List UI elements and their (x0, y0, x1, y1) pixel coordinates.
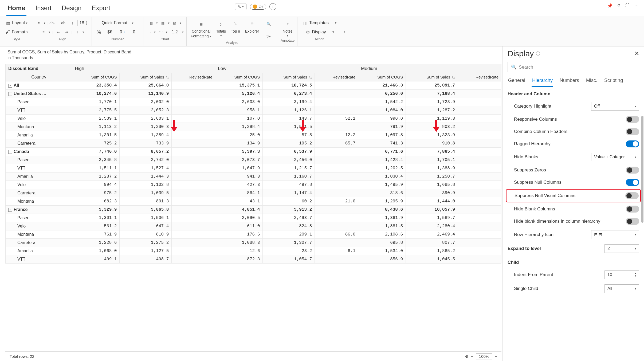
data-cell[interactable] (172, 238, 215, 247)
data-cell[interactable]: 25,091.7 (406, 81, 458, 89)
tab-design[interactable]: Design (61, 2, 83, 16)
increase-decimal-button[interactable]: .0+ (116, 29, 127, 36)
data-cell[interactable]: 1,088.3 (215, 238, 263, 247)
search-icon[interactable]: 🔍 (264, 19, 273, 29)
expand-collapse-icon[interactable]: - (8, 92, 12, 96)
data-cell[interactable]: 134.9 (215, 139, 263, 147)
data-cell[interactable]: 824.8 (263, 222, 315, 230)
ribbon-scroll-right[interactable]: › (341, 17, 347, 46)
outdent-icon[interactable]: ⇤ (55, 29, 61, 35)
data-cell[interactable] (315, 214, 358, 222)
data-cell[interactable]: 1,534.0 (358, 247, 406, 255)
data-cell[interactable]: 318.6 (358, 189, 406, 197)
number-format-button[interactable]: 1.2 (170, 29, 180, 36)
data-cell[interactable]: 1,444.0 (406, 197, 458, 205)
data-cell[interactable]: 497.8 (263, 180, 315, 189)
table-row[interactable]: Amarilla1,301.51,389.425.057.512.21,097.… (6, 131, 501, 139)
data-cell[interactable]: 791.9 (358, 123, 406, 131)
zoom-out-button[interactable]: − (471, 354, 473, 359)
data-grid[interactable]: Discount Band High Low Medium Country Su… (5, 64, 501, 264)
data-cell[interactable]: 1,705.1 (406, 156, 458, 164)
data-cell[interactable] (315, 255, 358, 263)
data-cell[interactable] (458, 214, 501, 222)
data-cell[interactable]: 5,397.3 (215, 147, 263, 156)
data-cell[interactable] (458, 98, 501, 106)
data-cell[interactable]: 1,250.7 (406, 172, 458, 180)
table-row[interactable]: Carretera1,228.61,275.21,088.31,307.7695… (6, 238, 501, 247)
data-cell[interactable]: 1,119.3 (406, 114, 458, 123)
pin-icon[interactable]: 📌 (607, 3, 612, 8)
funnel-icon[interactable]: ▽▾ (266, 34, 272, 40)
data-cell[interactable]: 1,215.7 (263, 164, 315, 172)
data-cell[interactable] (172, 114, 215, 123)
data-cell[interactable] (172, 222, 215, 230)
data-cell[interactable] (458, 255, 501, 263)
data-cell[interactable] (458, 81, 501, 89)
undo-icon[interactable]: ↶ (333, 20, 339, 26)
topn-button[interactable]: ⇅ Top n (229, 18, 242, 40)
table-row[interactable]: Paseo1,301.11,506.12,090.52,493.71,361.9… (6, 214, 501, 222)
data-cell[interactable] (315, 81, 358, 89)
data-cell[interactable] (315, 189, 358, 197)
data-cell[interactable]: 803.2 (406, 123, 458, 131)
data-cell[interactable]: 1,881.5 (358, 222, 406, 230)
data-cell[interactable]: 733.9 (120, 139, 172, 147)
data-cell[interactable]: 725.2 (72, 139, 120, 147)
data-cell[interactable]: 647.4 (120, 222, 172, 230)
panel-tab-hierarchy[interactable]: Hierarchy (532, 76, 553, 87)
data-cell[interactable]: 2,603.0 (215, 98, 263, 106)
data-cell[interactable]: 25.0 (215, 131, 263, 139)
align-left-icon[interactable]: ≡ (36, 20, 42, 26)
data-cell[interactable]: 2,090.5 (215, 214, 263, 222)
table-row[interactable]: VTT1,511.11,527.41,047.91,215.71,202.51,… (6, 164, 501, 172)
data-cell[interactable]: 1,147.4 (263, 189, 315, 197)
data-cell[interactable] (458, 156, 501, 164)
select-single-child[interactable]: All▾ (604, 284, 639, 293)
data-cell[interactable]: 1,511.1 (72, 164, 120, 172)
more-icon[interactable]: ⋯ (634, 3, 639, 8)
data-cell[interactable]: 1,307.7 (263, 238, 315, 247)
data-cell[interactable] (458, 106, 501, 114)
data-cell[interactable]: 1,295.9 (358, 197, 406, 205)
totals-button[interactable]: ∑ Totals ▾ (214, 18, 227, 40)
data-cell[interactable] (458, 123, 501, 131)
data-cell[interactable]: 8,657.2 (120, 147, 172, 156)
expand-collapse-icon[interactable]: - (8, 208, 12, 212)
data-cell[interactable]: 143.7 (263, 114, 315, 123)
panel-scrollbar[interactable] (641, 116, 643, 223)
data-cell[interactable] (172, 131, 215, 139)
data-cell[interactable] (172, 156, 215, 164)
data-cell[interactable]: 1,723.9 (406, 98, 458, 106)
data-cell[interactable]: 6,771.6 (358, 147, 406, 156)
data-cell[interactable] (315, 89, 358, 98)
data-cell[interactable]: 994.4 (72, 180, 120, 189)
table-row[interactable]: Velo561.2647.4611.0824.81,881.52,280.4 (6, 222, 501, 230)
data-cell[interactable]: 1,685.8 (406, 180, 458, 189)
data-cell[interactable]: 2,280.4 (406, 222, 458, 230)
toggle-suppress-null-visual-columns[interactable] (625, 192, 639, 199)
data-cell[interactable]: 2,589.1 (72, 114, 120, 123)
data-cell[interactable]: 427.3 (215, 180, 263, 189)
data-cell[interactable]: 801.3 (120, 197, 172, 205)
data-cell[interactable] (315, 222, 358, 230)
col-high-revised[interactable]: RevisedRate (172, 73, 215, 81)
table-row[interactable]: Velo2,589.12,683.1107.0143.752.1998.81,1… (6, 114, 501, 123)
arrow-box-icon[interactable]: ⤵ (74, 29, 80, 35)
data-cell[interactable]: 1,113.2 (72, 123, 120, 131)
settings-gear-icon[interactable]: ⚙ (465, 354, 468, 359)
sparkline-icon[interactable]: 〰 (158, 29, 164, 35)
quick-format-button[interactable]: Quick Format ▾ (100, 19, 136, 26)
data-cell[interactable]: 4,851.4 (215, 205, 263, 214)
waterfall-icon[interactable]: ▧ (172, 20, 178, 26)
data-cell[interactable]: 998.8 (358, 114, 406, 123)
bar-chart-icon[interactable]: ▥ (148, 20, 154, 26)
data-cell[interactable]: 107.0 (215, 114, 263, 123)
band-low[interactable]: Low (215, 64, 358, 73)
data-cell[interactable] (458, 172, 501, 180)
data-cell[interactable]: 5,865.8 (120, 205, 172, 214)
data-cell[interactable]: 2,108.6 (358, 230, 406, 238)
decrease-decimal-button[interactable]: .0− (129, 29, 140, 36)
percent-button[interactable]: % (95, 28, 103, 36)
data-cell[interactable]: 195.2 (263, 139, 315, 147)
notes-button[interactable]: ＋ Notes ▾ (281, 18, 294, 38)
